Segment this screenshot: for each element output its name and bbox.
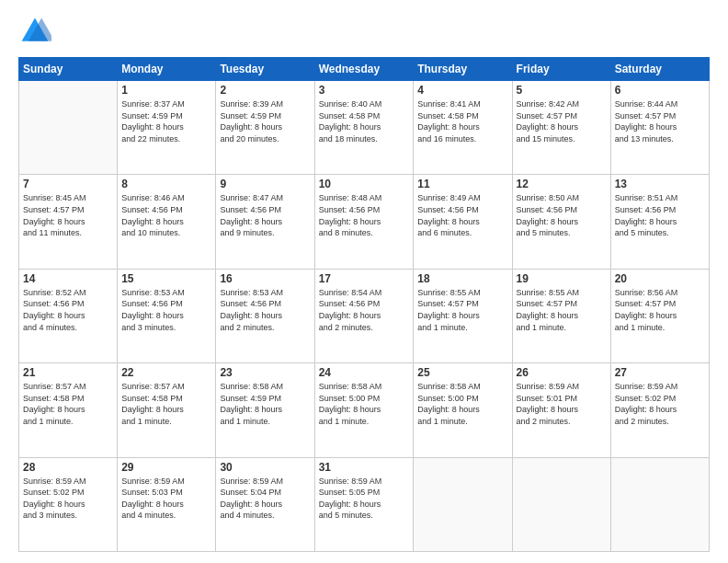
calendar-cell: 1Sunrise: 8:37 AM Sunset: 4:59 PM Daylig… [118,81,216,175]
day-info: Sunrise: 8:57 AM Sunset: 4:58 PM Dayligh… [121,381,211,427]
day-number: 2 [220,84,310,97]
days-header-row: SundayMondayTuesdayWednesdayThursdayFrid… [19,58,710,81]
day-number: 3 [319,84,410,97]
day-header-monday: Monday [118,58,216,81]
calendar-week-row: 14Sunrise: 8:52 AM Sunset: 4:56 PM Dayli… [19,269,710,362]
day-number: 1 [121,84,211,97]
day-number: 15 [121,272,211,285]
day-info: Sunrise: 8:55 AM Sunset: 4:57 PM Dayligh… [417,287,507,333]
day-number: 5 [517,84,607,97]
day-info: Sunrise: 8:48 AM Sunset: 4:56 PM Dayligh… [319,192,410,238]
day-info: Sunrise: 8:53 AM Sunset: 4:56 PM Dayligh… [220,287,310,333]
day-number: 27 [615,366,705,379]
calendar: SundayMondayTuesdayWednesdayThursdayFrid… [18,57,710,552]
day-info: Sunrise: 8:39 AM Sunset: 4:59 PM Dayligh… [220,98,310,144]
calendar-cell: 31Sunrise: 8:59 AM Sunset: 5:05 PM Dayli… [314,457,414,551]
day-header-wednesday: Wednesday [314,58,414,81]
day-number: 24 [319,366,410,379]
calendar-header: SundayMondayTuesdayWednesdayThursdayFrid… [19,58,710,81]
day-header-friday: Friday [512,58,610,81]
day-number: 7 [23,178,113,190]
calendar-cell: 10Sunrise: 8:48 AM Sunset: 4:56 PM Dayli… [314,175,414,269]
day-info: Sunrise: 8:50 AM Sunset: 4:56 PM Dayligh… [517,192,607,238]
calendar-cell: 17Sunrise: 8:54 AM Sunset: 4:56 PM Dayli… [314,269,414,362]
day-number: 23 [220,366,310,379]
calendar-cell: 16Sunrise: 8:53 AM Sunset: 4:56 PM Dayli… [216,269,314,362]
calendar-cell: 11Sunrise: 8:49 AM Sunset: 4:56 PM Dayli… [414,175,512,269]
day-info: Sunrise: 8:59 AM Sunset: 5:05 PM Dayligh… [319,476,410,522]
calendar-week-row: 1Sunrise: 8:37 AM Sunset: 4:59 PM Daylig… [19,81,710,175]
day-number: 16 [220,272,310,285]
calendar-cell: 3Sunrise: 8:40 AM Sunset: 4:58 PM Daylig… [314,81,414,175]
day-number: 20 [615,272,705,285]
calendar-cell: 8Sunrise: 8:46 AM Sunset: 4:56 PM Daylig… [118,175,216,269]
day-number: 28 [23,461,113,474]
calendar-cell: 15Sunrise: 8:53 AM Sunset: 4:56 PM Dayli… [118,269,216,362]
day-number: 26 [517,366,607,379]
day-number: 13 [615,178,705,190]
calendar-cell: 22Sunrise: 8:57 AM Sunset: 4:58 PM Dayli… [118,363,216,457]
calendar-week-row: 21Sunrise: 8:57 AM Sunset: 4:58 PM Dayli… [19,363,710,457]
day-info: Sunrise: 8:53 AM Sunset: 4:56 PM Dayligh… [121,287,211,333]
logo-icon [18,15,51,48]
calendar-cell: 4Sunrise: 8:41 AM Sunset: 4:58 PM Daylig… [414,81,512,175]
day-info: Sunrise: 8:51 AM Sunset: 4:56 PM Dayligh… [615,192,705,238]
calendar-cell: 14Sunrise: 8:52 AM Sunset: 4:56 PM Dayli… [19,269,118,362]
calendar-cell: 27Sunrise: 8:59 AM Sunset: 5:02 PM Dayli… [610,363,709,457]
day-number: 30 [220,461,310,474]
calendar-cell: 5Sunrise: 8:42 AM Sunset: 4:57 PM Daylig… [512,81,610,175]
day-number: 29 [121,461,211,474]
day-number: 18 [417,272,507,285]
day-header-tuesday: Tuesday [216,58,314,81]
day-number: 12 [517,178,607,190]
day-number: 17 [319,272,410,285]
day-number: 10 [319,178,410,190]
day-number: 31 [319,461,410,474]
calendar-cell: 19Sunrise: 8:55 AM Sunset: 4:57 PM Dayli… [512,269,610,362]
day-info: Sunrise: 8:56 AM Sunset: 4:57 PM Dayligh… [615,287,705,333]
calendar-cell: 26Sunrise: 8:59 AM Sunset: 5:01 PM Dayli… [512,363,610,457]
calendar-cell: 7Sunrise: 8:45 AM Sunset: 4:57 PM Daylig… [19,175,118,269]
calendar-cell: 12Sunrise: 8:50 AM Sunset: 4:56 PM Dayli… [512,175,610,269]
calendar-cell: 2Sunrise: 8:39 AM Sunset: 4:59 PM Daylig… [216,81,314,175]
calendar-cell: 24Sunrise: 8:58 AM Sunset: 5:00 PM Dayli… [314,363,414,457]
day-info: Sunrise: 8:54 AM Sunset: 4:56 PM Dayligh… [319,287,410,333]
day-info: Sunrise: 8:58 AM Sunset: 4:59 PM Dayligh… [220,381,310,427]
day-info: Sunrise: 8:58 AM Sunset: 5:00 PM Dayligh… [319,381,410,427]
page: SundayMondayTuesdayWednesdayThursdayFrid… [0,0,728,563]
day-info: Sunrise: 8:59 AM Sunset: 5:02 PM Dayligh… [23,476,113,522]
day-number: 11 [417,178,507,190]
day-info: Sunrise: 8:59 AM Sunset: 5:01 PM Dayligh… [517,381,607,427]
calendar-cell: 18Sunrise: 8:55 AM Sunset: 4:57 PM Dayli… [414,269,512,362]
calendar-cell [512,457,610,551]
day-number: 25 [417,366,507,379]
day-info: Sunrise: 8:52 AM Sunset: 4:56 PM Dayligh… [23,287,113,333]
day-number: 21 [23,366,113,379]
calendar-cell: 13Sunrise: 8:51 AM Sunset: 4:56 PM Dayli… [610,175,709,269]
day-number: 4 [417,84,507,97]
day-info: Sunrise: 8:49 AM Sunset: 4:56 PM Dayligh… [417,192,507,238]
calendar-cell: 28Sunrise: 8:59 AM Sunset: 5:02 PM Dayli… [19,457,118,551]
day-number: 9 [220,178,310,190]
calendar-cell [610,457,709,551]
day-info: Sunrise: 8:40 AM Sunset: 4:58 PM Dayligh… [319,98,410,144]
day-number: 19 [517,272,607,285]
calendar-week-row: 28Sunrise: 8:59 AM Sunset: 5:02 PM Dayli… [19,457,710,551]
calendar-cell: 25Sunrise: 8:58 AM Sunset: 5:00 PM Dayli… [414,363,512,457]
calendar-cell: 20Sunrise: 8:56 AM Sunset: 4:57 PM Dayli… [610,269,709,362]
day-info: Sunrise: 8:42 AM Sunset: 4:57 PM Dayligh… [517,98,607,144]
day-info: Sunrise: 8:45 AM Sunset: 4:57 PM Dayligh… [23,192,113,238]
day-number: 22 [121,366,211,379]
day-number: 8 [121,178,211,190]
header [18,15,710,48]
calendar-cell: 23Sunrise: 8:58 AM Sunset: 4:59 PM Dayli… [216,363,314,457]
calendar-body: 1Sunrise: 8:37 AM Sunset: 4:59 PM Daylig… [19,81,710,552]
day-info: Sunrise: 8:59 AM Sunset: 5:04 PM Dayligh… [220,476,310,522]
day-info: Sunrise: 8:37 AM Sunset: 4:59 PM Dayligh… [121,98,211,144]
day-header-sunday: Sunday [19,58,118,81]
day-info: Sunrise: 8:57 AM Sunset: 4:58 PM Dayligh… [23,381,113,427]
day-info: Sunrise: 8:59 AM Sunset: 5:02 PM Dayligh… [615,381,705,427]
calendar-cell [19,81,118,175]
day-info: Sunrise: 8:58 AM Sunset: 5:00 PM Dayligh… [417,381,507,427]
day-info: Sunrise: 8:55 AM Sunset: 4:57 PM Dayligh… [517,287,607,333]
